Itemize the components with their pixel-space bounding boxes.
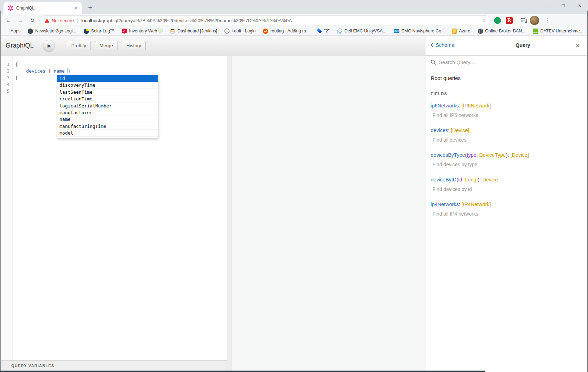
prettify-button[interactable]: Prettify	[67, 41, 91, 50]
bookmark-item[interactable]: AInventory Web UI	[122, 29, 163, 34]
window-close-button[interactable]: ✕	[571, 0, 588, 11]
autocomplete-item-manufacturer[interactable]: manufacturer	[57, 109, 158, 116]
doc-field-signature: deviceByID(id: Long!): Device	[431, 177, 582, 182]
bookmark-item[interactable]: Solar-Log™	[84, 29, 114, 34]
chevron-left-icon	[430, 43, 434, 48]
doc-field-type-link[interactable]: Device	[482, 177, 498, 182]
pane-resize-handle[interactable]	[227, 56, 232, 372]
punctuation: :	[476, 152, 479, 158]
punctuation-token	[65, 68, 68, 74]
new-tab-button[interactable]: +	[85, 3, 95, 13]
browser-menu-icon[interactable]: ⋮	[543, 16, 551, 25]
autocomplete-item-lastSeenTime[interactable]: lastSeenTime	[57, 89, 158, 95]
autocomplete-item-name[interactable]: name	[57, 116, 158, 123]
doc-arg-type-link[interactable]: Long!	[465, 177, 478, 182]
extensions-divider	[517, 17, 517, 24]
doc-field-description: Find devices by id	[431, 186, 582, 192]
autocomplete-item-logicalSerialNumber[interactable]: logicalSerialNumber	[57, 103, 158, 109]
window-edge-left	[0, 11, 1, 372]
back-button[interactable]: ←	[4, 16, 13, 25]
newsletter2go-icon	[28, 29, 33, 34]
bookmark-item[interactable]: Newsletter2go Logi...	[28, 29, 76, 34]
doc-field-type-link[interactable]: [IP4Network]	[462, 202, 491, 207]
bookmark-label: Azure	[459, 29, 470, 33]
idoit-icon: i	[225, 29, 229, 33]
bookmark-item[interactable]: Dell EMC UnityVSA...	[337, 29, 386, 34]
browser-tab[interactable]: GraphiQL ✕	[4, 2, 82, 14]
window-maximize-button[interactable]: ☐	[555, 0, 571, 11]
bookmark-item[interactable]: askrouting - Adding ro...	[263, 29, 310, 34]
doc-field-ip4Networks: ip4Networks: [IP4Network]Find all IP4 ne…	[431, 202, 582, 217]
r-extension-icon[interactable]: R	[506, 17, 513, 24]
execute-query-button[interactable]: ▶	[43, 40, 55, 52]
bookmark-item[interactable]: Azure	[452, 29, 470, 34]
punctuation: :	[459, 202, 462, 207]
bookmark-item[interactable]: EMCEMC Navisphere Co...	[394, 29, 445, 33]
bookmark-item[interactable]: DATEVDATEV Unternehme...	[533, 29, 583, 34]
hangouts-extension-icon[interactable]	[494, 17, 501, 24]
code-line: {	[15, 61, 227, 68]
bookmark-item[interactable]: Apps	[4, 29, 20, 33]
autocomplete-item-id[interactable]: id	[57, 75, 158, 82]
autocomplete-item-model[interactable]: model	[57, 130, 158, 136]
forward-button[interactable]: →	[15, 16, 25, 25]
bookmark-label: Dell EMC UnityVSA...	[344, 29, 386, 33]
bookmark-label: routing - Adding ro...	[270, 29, 310, 33]
url-text[interactable]: localhost/graphiql?query=%7B%0A%20%20dev…	[81, 18, 482, 23]
bookmark-item[interactable]: Dashboard [Jenkins]	[170, 29, 217, 34]
field-token: name	[54, 68, 65, 74]
doc-field-name-link[interactable]: ip6Networks	[431, 103, 459, 108]
line-number: 1	[1, 61, 12, 68]
autocomplete-item-discoveryTime[interactable]: discoveryTime	[57, 82, 158, 88]
result-pane	[232, 56, 425, 372]
jenkins-icon	[170, 29, 175, 34]
playlist-extension-icon[interactable]	[520, 17, 528, 24]
history-button[interactable]: History	[122, 41, 146, 50]
window-minimize-button[interactable]: ─	[538, 0, 555, 11]
bookmark-item[interactable]: "2"	[317, 29, 330, 33]
doc-field-signature: devices: [Device]	[431, 128, 582, 133]
profile-avatar[interactable]	[530, 16, 539, 25]
omnibox-divider	[77, 18, 78, 23]
line-number: 2	[1, 68, 12, 74]
bookmark-label: Inventory Web UI	[129, 29, 163, 33]
line-number: 5	[1, 88, 12, 94]
doc-field-description: Find all IP4 networks	[431, 211, 582, 217]
punctuation: :	[462, 177, 465, 182]
doc-field-name-link[interactable]: ip4Networks	[431, 202, 459, 207]
bookmark-item[interactable]: Online Broker BAN...	[478, 29, 526, 34]
doc-field-devicesByType: devicesByType(type: DeviceType): [Device…	[431, 152, 582, 167]
autocomplete-item-manufacturingTime[interactable]: manufacturingTime	[57, 123, 158, 130]
doc-field-name-link[interactable]: deviceByID	[431, 177, 456, 182]
query-variables-bar[interactable]: QUERY VARIABLES	[1, 360, 227, 371]
doc-arg-name: type	[467, 152, 476, 158]
reload-button[interactable]: ↻	[27, 16, 37, 25]
security-label[interactable]: Not secure	[52, 18, 74, 23]
doc-search-input[interactable]	[439, 60, 573, 65]
bookmark-label: Online Broker BAN...	[485, 29, 526, 33]
merge-button[interactable]: Merge	[95, 41, 118, 50]
autocomplete-item-creationTime[interactable]: creationTime	[57, 95, 158, 102]
graphiql-logo: GraphiQL	[6, 42, 34, 49]
doc-close-icon[interactable]: ✕	[574, 42, 582, 49]
bookmark-label: i-doit - Login	[232, 29, 255, 33]
doc-field-name-link[interactable]: devices	[431, 128, 448, 133]
not-secure-warning-icon	[44, 18, 50, 23]
tab-close-icon[interactable]: ✕	[72, 5, 79, 11]
doc-field-type-link[interactable]: [Device]	[511, 152, 529, 158]
emc-icon: EMC	[394, 29, 399, 33]
bookmarks-bar: AppsNewsletter2go Logi...Solar-Log™AInve…	[0, 27, 588, 36]
bookmark-label: Apps	[11, 29, 20, 33]
doc-field-description: Find all devices	[431, 137, 582, 143]
address-bar[interactable]: Not secure localhost/graphiql?query=%7B%…	[39, 16, 491, 25]
graphiql-topbar: GraphiQL ▶ Prettify Merge History	[1, 36, 425, 56]
doc-field-ip6Networks: ip6Networks: [IP6Network]Find all IP6 ne…	[431, 103, 582, 118]
bookmark-star-icon[interactable]: ☆	[482, 17, 486, 24]
bookmark-item[interactable]: ii-doit - Login	[225, 29, 255, 33]
doc-field-name-link[interactable]: devicesByType	[431, 152, 465, 158]
doc-arg-type-link[interactable]: DeviceType	[479, 152, 506, 158]
doc-field-type-link[interactable]: [IP6Network]	[462, 103, 491, 108]
doc-back-link[interactable]: Schema	[430, 42, 454, 48]
doc-field-type-link[interactable]: [Device]	[451, 128, 469, 133]
play-icon: ▶	[48, 43, 51, 48]
